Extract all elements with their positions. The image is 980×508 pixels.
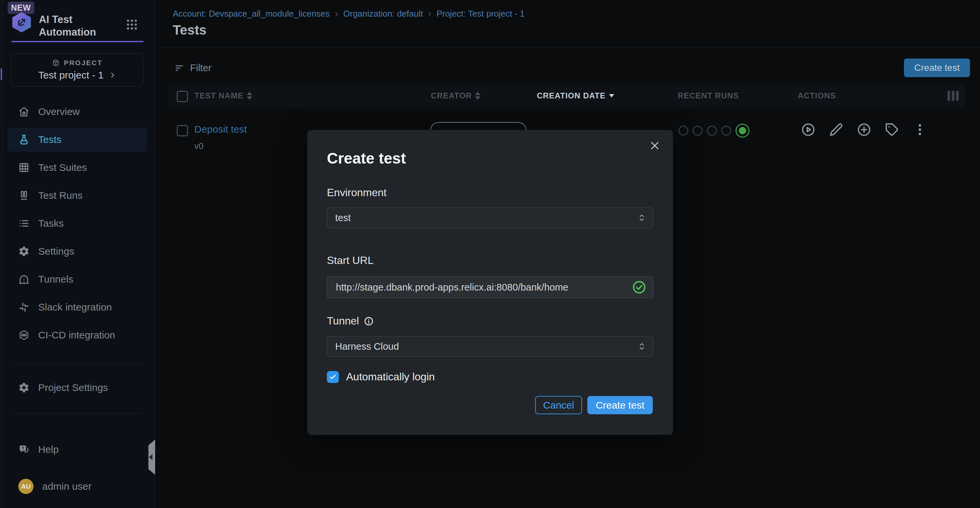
column-label: CREATION DATE [537, 91, 606, 101]
sidebar-item-label: Tasks [38, 218, 64, 229]
sidebar-nav: Overview Tests Test Suites Test Runs [8, 100, 147, 351]
page-title: Tests [173, 22, 207, 38]
column-settings-icon[interactable] [947, 91, 959, 101]
column-recent-runs: RECENT RUNS [678, 84, 739, 107]
start-url-value: http://stage.dbank.prod-apps.relicx.ai:8… [336, 282, 568, 293]
select-all-checkbox[interactable] [177, 91, 188, 102]
breadcrumb-separator: › [428, 9, 431, 19]
sidebar-item-tunnels[interactable]: Tunnels [8, 267, 147, 291]
sidebar-item-label: Test Runs [38, 190, 83, 201]
sidebar-item-label: Tunnels [38, 274, 73, 285]
environment-label: Environment [327, 187, 387, 199]
robot-arm-icon [15, 16, 28, 29]
brand-accent-line [11, 41, 143, 42]
run-status-none[interactable] [707, 126, 717, 136]
project-name: Test project - 1 [38, 69, 103, 81]
modal-create-test-button[interactable]: Create test [587, 396, 653, 414]
create-test-button[interactable]: Create test [904, 59, 970, 77]
start-url-input[interactable]: http://stage.dbank.prod-apps.relicx.ai:8… [327, 276, 653, 298]
test-version: v0 [194, 141, 203, 151]
sidebar-item-project-settings[interactable]: Project Settings [8, 376, 158, 399]
sidebar-item-test-runs[interactable]: Test Runs [8, 184, 147, 208]
gear-icon [18, 246, 30, 257]
user-menu[interactable]: AU admin user [8, 474, 158, 498]
column-test-name[interactable]: TEST NAME [194, 84, 252, 107]
user-name: admin user [42, 481, 91, 492]
auto-login-checkbox[interactable] [327, 371, 339, 383]
sidebar-item-settings[interactable]: Settings [8, 240, 147, 263]
url-valid-check-icon [632, 280, 646, 294]
svg-text:?: ? [22, 446, 24, 451]
breadcrumb-account[interactable]: Account: Devspace_all_module_licenses [173, 9, 330, 19]
app-logo [11, 12, 32, 33]
cancel-button[interactable]: Cancel [535, 396, 582, 414]
breadcrumb-organization[interactable]: Organization: default [343, 9, 423, 19]
flask-icon [18, 134, 30, 145]
close-icon[interactable] [649, 139, 661, 152]
rail-scroll-thumb[interactable] [1, 68, 2, 80]
run-status-none[interactable] [678, 126, 688, 136]
environment-select[interactable]: test [327, 208, 653, 228]
header-divider [155, 48, 980, 48]
more-menu-icon[interactable] [913, 122, 927, 137]
sidebar-item-tests[interactable]: Tests [8, 128, 147, 152]
sidebar-item-label: Slack integration [38, 302, 112, 313]
select-chevrons-icon [639, 213, 645, 222]
table-header: TEST NAME CREATOR CREATION DATE RECENT R… [168, 84, 965, 107]
run-test-icon[interactable] [801, 122, 816, 137]
tunnel-label-text: Tunnel [327, 315, 359, 327]
list-icon [18, 218, 30, 229]
cube-icon [52, 59, 60, 67]
sidebar: NEW AI Test Automation PROJECT Tes [3, 0, 155, 508]
tunnel-icon [18, 274, 30, 285]
app-title: AI Test Automation [39, 13, 112, 38]
add-icon[interactable] [857, 122, 871, 137]
project-selector[interactable]: PROJECT Test project - 1 [11, 53, 143, 86]
sidebar-item-overview[interactable]: Overview [8, 100, 147, 124]
sort-desc-icon [609, 94, 614, 97]
column-label: CREATOR [431, 91, 472, 101]
breadcrumb-project[interactable]: Project: Test project - 1 [436, 9, 525, 19]
check-icon [329, 373, 337, 381]
filter-button[interactable]: Filter [175, 62, 211, 73]
row-checkbox[interactable] [177, 125, 188, 136]
auto-login-label: Automatically login [346, 371, 435, 383]
sidebar-item-cicd-integration[interactable]: CI-CD integration [8, 323, 147, 347]
breadcrumb-separator: › [335, 9, 338, 19]
sidebar-item-label: Help [38, 444, 59, 455]
auto-login-row[interactable]: Automatically login [327, 371, 435, 383]
sidebar-item-label: CI-CD integration [38, 329, 115, 341]
app-switcher-icon[interactable] [125, 18, 138, 31]
run-status-passed[interactable] [735, 124, 749, 137]
tunnel-select[interactable]: Harness Cloud [327, 336, 653, 357]
sidebar-item-test-suites[interactable]: Test Suites [8, 156, 147, 179]
app-root: NEW AI Test Automation PROJECT Tes [0, 0, 980, 508]
sidebar-item-tasks[interactable]: Tasks [8, 211, 147, 235]
info-icon[interactable] [364, 316, 374, 326]
edit-icon[interactable] [829, 122, 843, 137]
help-chat-icon: ? [18, 444, 30, 455]
breadcrumb: Account: Devspace_all_module_licenses › … [173, 9, 525, 19]
sidebar-item-label: Settings [38, 246, 74, 257]
run-status-none[interactable] [693, 126, 703, 136]
sidebar-item-help[interactable]: ? Help [8, 438, 158, 462]
column-creation-date[interactable]: CREATION DATE [537, 84, 614, 107]
sidebar-item-label: Overview [38, 106, 80, 117]
sidebar-item-slack-integration[interactable]: Slack integration [8, 295, 147, 319]
environment-value: test [335, 212, 351, 224]
test-name-link[interactable]: Deposit test [194, 124, 247, 135]
column-actions: ACTIONS [798, 84, 836, 107]
sidebar-item-label: Project Settings [38, 382, 108, 393]
avatar: AU [18, 479, 33, 494]
run-status-none[interactable] [721, 126, 731, 136]
slack-icon [18, 302, 30, 313]
recent-runs[interactable] [678, 123, 749, 138]
sidebar-divider [11, 413, 143, 414]
column-label: RECENT RUNS [678, 91, 739, 101]
filter-label: Filter [190, 62, 211, 73]
column-label: ACTIONS [798, 91, 836, 101]
sidebar-item-label: Tests [38, 134, 62, 145]
column-creator[interactable]: CREATOR [431, 84, 480, 107]
create-test-modal: Create test Environment test Start URL h… [307, 130, 673, 435]
tag-icon[interactable] [885, 122, 899, 137]
